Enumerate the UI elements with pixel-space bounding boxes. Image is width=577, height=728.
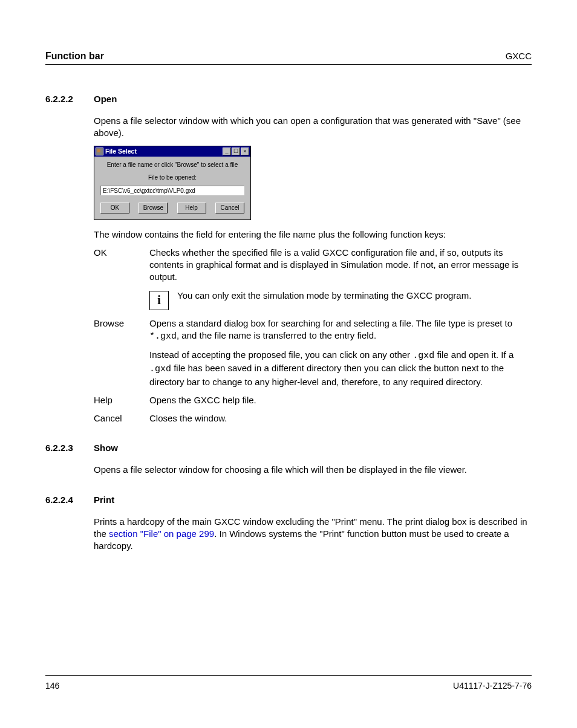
section-title: Show xyxy=(94,443,118,453)
page-number: 146 xyxy=(45,681,59,691)
definition-term: Cancel xyxy=(94,412,149,424)
cross-reference-link[interactable]: section "File" on page 299 xyxy=(109,528,214,539)
text-run: file has been saved in a different direc… xyxy=(149,363,504,386)
page-header: Function bar GXCC xyxy=(45,51,532,65)
minimize-button[interactable]: _ xyxy=(223,148,231,155)
browse-button[interactable]: Browse xyxy=(139,203,168,213)
definition-browse: Browse Opens a standard dialog box for s… xyxy=(94,317,532,343)
section-number: 6.2.2.3 xyxy=(45,443,94,453)
after-figure-para: The window contains the field for enteri… xyxy=(94,229,532,241)
info-text: You can only exit the simulation mode by… xyxy=(177,290,471,310)
definition-body-para2: Instead of accepting the proposed file, … xyxy=(149,349,532,388)
section-body: Opens a file selector window for choosin… xyxy=(94,464,532,476)
info-note: i You can only exit the simulation mode … xyxy=(149,290,532,310)
file-select-dialog: File Select _ ☐ × Enter a file name or c… xyxy=(94,146,251,220)
info-icon: i xyxy=(149,291,169,310)
definition-term: Browse xyxy=(94,317,149,343)
text-run: file and open it. If a xyxy=(434,349,513,360)
definition-body: Opens the GXCC help file. xyxy=(149,394,532,406)
header-left: Function bar xyxy=(45,51,104,62)
code-text: .gxd xyxy=(149,364,171,374)
dialog-titlebar: File Select _ ☐ × xyxy=(94,146,250,157)
section-title: Open xyxy=(94,94,117,104)
definition-ok: OK Checks whether the specified file is … xyxy=(94,247,532,284)
dialog-field-label: File to be opened: xyxy=(100,174,244,181)
section-print: 6.2.2.4 Print Prints a hardcopy of the m… xyxy=(45,495,532,553)
file-path-input[interactable]: E:\FSC\v6_cc\gxtcc\tmp\VLP0.gxd xyxy=(100,186,244,195)
header-right: GXCC xyxy=(506,51,532,61)
document-id: U41117-J-Z125-7-76 xyxy=(453,681,532,691)
section-title: Print xyxy=(94,495,114,505)
dialog-instruction: Enter a file name or click "Browse" to s… xyxy=(100,161,244,168)
code-text: .gxd xyxy=(412,351,434,361)
definition-help: Help Opens the GXCC help file. xyxy=(94,394,532,406)
close-button[interactable]: × xyxy=(241,148,249,155)
definition-body: Closes the window. xyxy=(149,412,532,424)
page-footer: 146 U41117-J-Z125-7-76 xyxy=(45,675,532,691)
section-body: Prints a hardcopy of the main GXCC windo… xyxy=(94,516,532,553)
text-run: , and the file name is transferred to th… xyxy=(177,330,376,340)
cancel-button[interactable]: Cancel xyxy=(215,203,244,213)
dialog-title-icon xyxy=(96,148,103,155)
ok-button[interactable]: OK xyxy=(100,203,129,213)
maximize-button[interactable]: ☐ xyxy=(232,148,240,155)
text-run: Instead of accepting the proposed file, … xyxy=(149,349,412,360)
definition-cancel: Cancel Closes the window. xyxy=(94,412,532,424)
dialog-title: File Select xyxy=(105,148,222,155)
section-intro: Opens a file selector window with which … xyxy=(94,115,532,140)
section-open: 6.2.2.2 Open Opens a file selector windo… xyxy=(45,94,532,424)
definition-body: Opens a standard dialog box for searchin… xyxy=(149,317,532,343)
code-text: *.gxd xyxy=(149,331,177,342)
definition-term: Help xyxy=(94,394,149,406)
definition-body: Checks whether the specified file is a v… xyxy=(149,247,532,284)
section-show: 6.2.2.3 Show Opens a file selector windo… xyxy=(45,443,532,476)
help-button[interactable]: Help xyxy=(177,203,206,213)
text-run: Opens a standard dialog box for searchin… xyxy=(149,318,512,328)
section-number: 6.2.2.4 xyxy=(45,495,94,505)
section-number: 6.2.2.2 xyxy=(45,94,94,104)
definition-term: OK xyxy=(94,247,149,284)
